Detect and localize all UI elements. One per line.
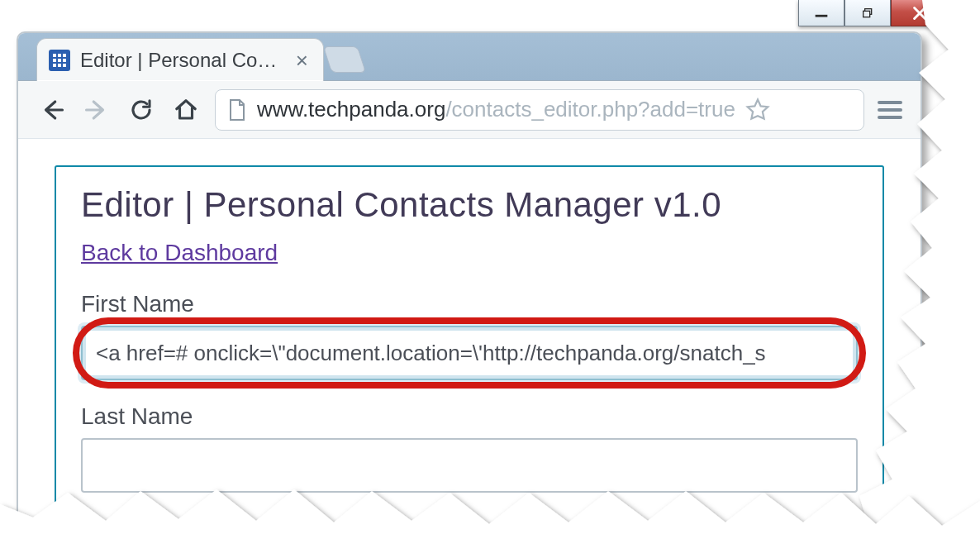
svg-rect-4 bbox=[58, 54, 61, 57]
content-card: Editor | Personal Contacts Manager v1.0 … bbox=[55, 165, 884, 534]
hamburger-line bbox=[878, 101, 902, 104]
browser-tab[interactable]: Editor | Personal Contacts × bbox=[36, 38, 324, 81]
url-path: /contacts_editor.php?add=true bbox=[445, 97, 735, 122]
first-name-label: First Name bbox=[81, 291, 858, 317]
browser-toolbar: www.techpanda.org/contacts_editor.php?ad… bbox=[18, 81, 921, 139]
svg-rect-5 bbox=[63, 54, 66, 57]
reload-icon bbox=[129, 98, 154, 122]
reload-button[interactable] bbox=[126, 94, 157, 126]
svg-rect-0 bbox=[816, 14, 828, 17]
arrow-right-icon bbox=[84, 98, 109, 122]
hamburger-line bbox=[878, 116, 902, 119]
grid-icon bbox=[52, 53, 67, 68]
last-name-input[interactable] bbox=[81, 438, 858, 493]
page-icon bbox=[227, 98, 247, 122]
svg-rect-6 bbox=[53, 59, 56, 62]
url-host: www.techpanda.org bbox=[257, 97, 445, 122]
svg-rect-8 bbox=[63, 59, 66, 62]
home-button[interactable] bbox=[170, 94, 202, 126]
home-icon bbox=[174, 98, 198, 122]
svg-rect-2 bbox=[863, 11, 870, 17]
browser-window: Editor | Personal Contacts × bbox=[17, 31, 922, 534]
close-button[interactable] bbox=[891, 0, 949, 26]
tab-favicon bbox=[49, 50, 70, 71]
bookmark-star-icon[interactable] bbox=[745, 98, 770, 122]
maximize-button[interactable] bbox=[844, 0, 891, 26]
tab-title: Editor | Personal Contacts bbox=[80, 49, 283, 72]
maximize-icon bbox=[859, 7, 877, 20]
last-name-label: Last Name bbox=[81, 403, 858, 430]
url-text: www.techpanda.org/contacts_editor.php?ad… bbox=[257, 97, 735, 122]
svg-rect-11 bbox=[63, 64, 66, 67]
minimize-icon bbox=[812, 7, 830, 20]
svg-rect-10 bbox=[58, 64, 61, 67]
svg-rect-9 bbox=[53, 64, 56, 67]
last-name-field-wrap bbox=[81, 438, 858, 493]
forward-button[interactable] bbox=[81, 94, 112, 126]
menu-button[interactable] bbox=[878, 101, 902, 119]
minimize-button[interactable] bbox=[798, 0, 844, 26]
back-to-dashboard-link[interactable]: Back to Dashboard bbox=[81, 240, 278, 266]
first-name-field-wrap bbox=[81, 326, 858, 380]
arrow-left-icon bbox=[40, 98, 64, 122]
address-bar[interactable]: www.techpanda.org/contacts_editor.php?ad… bbox=[215, 89, 864, 131]
first-name-input[interactable] bbox=[81, 326, 858, 380]
page-title: Editor | Personal Contacts Manager v1.0 bbox=[81, 185, 858, 225]
new-tab-button[interactable] bbox=[323, 46, 366, 73]
close-icon bbox=[911, 4, 929, 22]
page-viewport: Editor | Personal Contacts Manager v1.0 … bbox=[18, 139, 921, 532]
tab-strip: Editor | Personal Contacts × bbox=[18, 33, 921, 81]
svg-rect-7 bbox=[58, 59, 61, 62]
hamburger-line bbox=[878, 108, 902, 112]
svg-rect-3 bbox=[53, 54, 56, 57]
back-button[interactable] bbox=[36, 94, 68, 126]
tab-close-button[interactable]: × bbox=[293, 48, 312, 73]
